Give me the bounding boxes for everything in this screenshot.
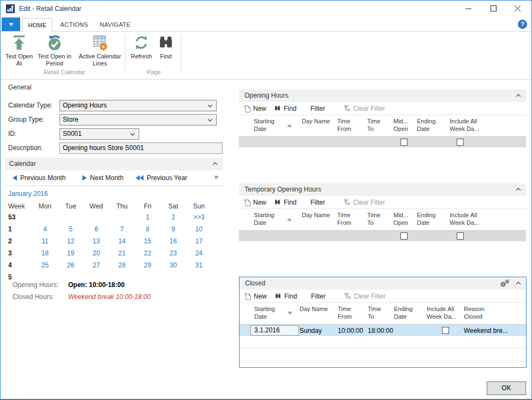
ribbon-separator (181, 34, 181, 71)
divider (5, 186, 223, 186)
column-day-name[interactable]: Day Name (302, 117, 337, 136)
tab-actions[interactable]: ACTIONS (57, 18, 91, 32)
previous-month-button[interactable]: Previous Month (13, 171, 65, 184)
column-include-all-week-days[interactable]: Include All Week Da... (450, 117, 526, 136)
chevron-down-icon (207, 118, 213, 122)
calendar-nav-more-button[interactable]: » (214, 172, 218, 181)
new-button[interactable]: New (244, 290, 267, 302)
column-include-all-week-days[interactable]: Include All Week Da... (450, 211, 526, 230)
find-button[interactable]: Find (155, 34, 177, 60)
sort-descending-icon (288, 312, 292, 315)
calendar-week-row: 1 4 5 6 7 8 9 10 (8, 223, 216, 235)
find-button[interactable]: Find (274, 196, 296, 208)
column-ending-date[interactable]: Ending Date (417, 211, 450, 230)
mid-open-checkbox[interactable] (401, 139, 408, 146)
column-time-to[interactable]: Time To (367, 211, 393, 230)
new-button[interactable]: New (243, 196, 266, 208)
new-document-icon (244, 292, 251, 300)
previous-year-button[interactable]: Previous Year (136, 171, 187, 184)
filter-button[interactable]: Filter (311, 290, 326, 302)
find-button[interactable]: Find (274, 102, 296, 115)
ok-button[interactable]: OK (487, 381, 526, 395)
id-label: ID: (8, 128, 58, 139)
calendar-section-header[interactable]: Calendar (5, 158, 223, 170)
column-reason-closed[interactable]: Reason Closed (464, 305, 526, 324)
next-month-button[interactable]: Next Month (82, 171, 123, 184)
include-all-week-days-checkbox[interactable] (457, 232, 464, 240)
temporary-opening-hours-panel-header[interactable]: Temporary Opening Hours (239, 183, 526, 196)
column-starting-date[interactable]: Starting Date (254, 117, 302, 136)
include-all-week-days-checkbox[interactable] (442, 327, 449, 334)
chevron-up-icon[interactable] (516, 188, 521, 191)
calendar-week-row: 4 25 26 27 28 29 30 31 (8, 259, 216, 271)
calendar-type-dropdown[interactable]: Opening Hours (59, 100, 217, 111)
column-time-to[interactable]: Time To (368, 305, 394, 324)
clear-filter-button[interactable]: Clear Filter (343, 102, 385, 115)
chevron-up-icon[interactable] (212, 162, 218, 165)
selected-day[interactable]: >>3 (186, 213, 212, 221)
chevron-up-icon[interactable] (516, 282, 521, 285)
closed-column-headers: Starting Date Day Name Time From Time To… (240, 303, 526, 325)
triangle-left-icon (13, 175, 17, 181)
column-day-name[interactable]: Day Name (302, 211, 337, 230)
column-ending-date[interactable]: Ending Date (394, 305, 427, 324)
opening-hours-panel-header[interactable]: Opening Hours (239, 89, 526, 102)
active-calendar-lines-button[interactable]: Active Calendar Lines (76, 34, 124, 67)
time-from-cell: 10:00:00 (338, 327, 363, 335)
column-mid-open[interactable]: Mid... Open (393, 117, 417, 136)
description-label: Description: (8, 142, 58, 153)
reason-closed-cell: Weekend bre... (464, 327, 508, 335)
test-open-at-button[interactable]: Test Open At (5, 34, 33, 67)
triangle-right-icon (82, 175, 87, 181)
closed-table-selected-row[interactable]: 3.1.2016 Sunday 10:00:00 18:00:00 Weeken… (240, 325, 526, 336)
help-icon[interactable]: ? (518, 20, 527, 29)
application-menu-button[interactable] (2, 17, 20, 31)
settings-gears-icon[interactable] (500, 279, 510, 288)
caret-down-icon (9, 23, 14, 26)
filter-button[interactable]: Filter (310, 102, 325, 115)
empty-data-row[interactable] (239, 137, 526, 147)
column-starting-date[interactable]: Starting Date (254, 305, 300, 324)
tab-navigate[interactable]: NAVIGATE (96, 18, 134, 32)
refresh-button[interactable]: Refresh (128, 34, 154, 60)
include-all-week-days-checkbox[interactable] (457, 139, 464, 146)
column-time-from[interactable]: Time From (337, 117, 367, 136)
close-icon[interactable] (509, 2, 526, 15)
calendar-month-label[interactable]: January 2016 (8, 190, 48, 198)
filter-button[interactable]: Filter (310, 196, 325, 208)
starting-date-cell[interactable]: 3.1.2016 (250, 325, 299, 336)
find-button[interactable]: Find (274, 290, 297, 302)
calendar-week-row: 3 18 19 20 21 22 23 24 (8, 247, 216, 259)
tab-home[interactable]: HOME (22, 18, 52, 32)
closed-panel-header[interactable]: Closed (240, 277, 526, 290)
temporary-opening-hours-column-headers: Starting Date Day Name Time From Time To… (239, 209, 526, 231)
refresh-icon (133, 34, 150, 51)
column-time-from[interactable]: Time From (337, 211, 367, 230)
clear-filter-button[interactable]: Clear Filter (343, 196, 385, 208)
column-starting-date[interactable]: Starting Date (254, 211, 302, 230)
column-include-all-week-days[interactable]: Include All Week Da... (427, 305, 464, 324)
column-time-from[interactable]: Time From (338, 305, 368, 324)
table-gridline (240, 348, 526, 349)
clear-filter-button[interactable]: Clear Filter (343, 290, 386, 302)
new-button[interactable]: New (243, 102, 266, 115)
empty-data-row[interactable] (239, 231, 526, 241)
minimize-icon[interactable] (459, 2, 477, 15)
maximize-icon[interactable] (485, 2, 502, 15)
mid-open-checkbox[interactable] (401, 232, 408, 240)
chevron-up-icon[interactable] (516, 94, 521, 97)
column-day-name[interactable]: Day Name (300, 305, 338, 324)
description-field[interactable]: Opening hours Store S0001 (59, 142, 223, 154)
test-open-in-period-button[interactable]: Test Open in Period (33, 34, 76, 67)
column-ending-date[interactable]: Ending Date (417, 117, 450, 136)
group-type-label: Group Type: (8, 114, 58, 125)
opening-hours-panel-title: Opening Hours (244, 89, 289, 102)
column-time-to[interactable]: Time To (367, 117, 393, 136)
sort-ascending-icon (287, 124, 292, 127)
closed-hours-value: Weekend break 10:00-18:00 (68, 293, 151, 301)
table-gridline (240, 361, 526, 361)
group-type-dropdown[interactable]: Store (59, 114, 217, 126)
column-mid-open[interactable]: Mid... Open (393, 211, 417, 230)
opening-hours-column-headers: Starting Date Day Name Time From Time To… (239, 115, 526, 137)
id-dropdown[interactable]: S0001 (59, 128, 139, 140)
